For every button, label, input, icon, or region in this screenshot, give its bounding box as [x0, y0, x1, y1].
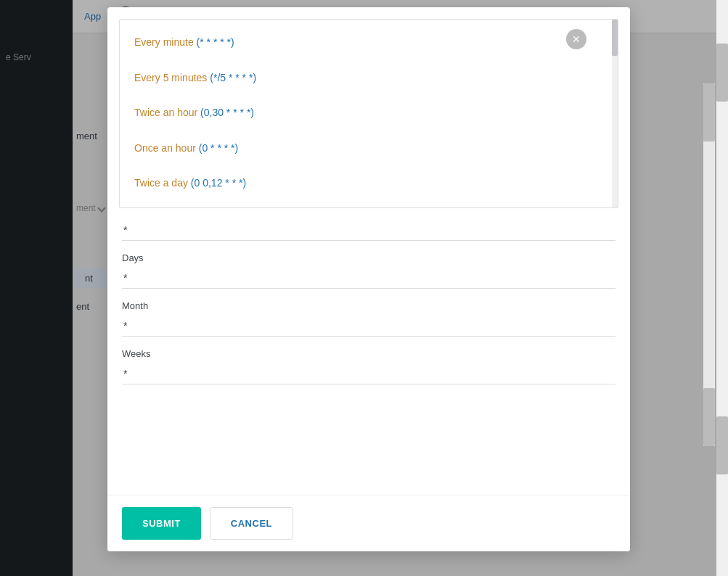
- dropdown-scrollbar[interactable]: [612, 20, 618, 207]
- preset-label-blue-2: (0,30 * * * *): [200, 107, 254, 118]
- list-item[interactable]: Twice a day (0 0,12 * * *): [120, 166, 618, 202]
- cancel-button[interactable]: CANCEL: [210, 507, 293, 540]
- preset-label-blue-3: (0 * * * *): [199, 142, 238, 154]
- dropdown-list-inner[interactable]: Every minute (* * * * *) Every 5 minutes…: [120, 25, 618, 202]
- form-group-month: Month: [122, 300, 615, 337]
- list-item[interactable]: Once an hour (0 * * * *): [120, 131, 618, 167]
- list-item[interactable]: Twice an hour (0,30 * * * *): [120, 96, 618, 131]
- preset-label-orange-3: Once an hour: [134, 142, 199, 154]
- month-label: Month: [122, 300, 615, 311]
- inner-scroll-thumb-bottom[interactable]: [703, 388, 715, 446]
- days-label: Days: [122, 252, 615, 263]
- month-input[interactable]: [122, 316, 615, 337]
- preset-label-blue-1: (*/5 * * * *): [210, 72, 256, 83]
- inner-scroll-thumb-top[interactable]: [703, 83, 715, 141]
- inner-scrollbar-panel[interactable]: [703, 83, 715, 446]
- cron-form: Days Month Weeks: [107, 208, 630, 495]
- outer-scrollbar[interactable]: [716, 0, 728, 576]
- preset-label-orange-4: Twice a day: [134, 177, 191, 189]
- outer-scroll-thumb-top[interactable]: [716, 44, 728, 102]
- list-item[interactable]: Every 5 minutes (*/5 * * * *): [120, 61, 618, 96]
- modal-footer: SUBMIT CANCEL: [107, 495, 630, 551]
- form-group-weeks: Weeks: [122, 348, 615, 384]
- modal-close-button[interactable]: ✕: [566, 29, 586, 49]
- preset-label-orange-0: Every minute: [134, 36, 197, 48]
- preset-label-orange-1: Every 5 minutes: [134, 72, 210, 83]
- cron-preset-dropdown: Every minute (* * * * *) Every 5 minutes…: [119, 19, 618, 208]
- form-group-days: Days: [122, 252, 615, 289]
- cron-star-input[interactable]: [122, 220, 615, 241]
- preset-label-blue-4: (0 0,12 * * *): [191, 177, 246, 189]
- dropdown-scroll-thumb[interactable]: [612, 20, 618, 56]
- submit-button[interactable]: SUBMIT: [122, 507, 201, 540]
- days-input[interactable]: [122, 268, 615, 289]
- weeks-input[interactable]: [122, 363, 615, 384]
- cron-modal: ✕ Every minute (* * * * *) Every 5 minut…: [107, 7, 630, 551]
- outer-scroll-thumb-bottom[interactable]: [716, 416, 728, 474]
- preset-label-orange-2: Twice an hour: [134, 107, 200, 118]
- preset-label-blue-0: (* * * * *): [197, 36, 234, 48]
- weeks-label: Weeks: [122, 348, 615, 359]
- list-item[interactable]: Every minute (* * * * *): [120, 25, 618, 61]
- close-icon: ✕: [572, 33, 581, 45]
- form-group-star: [122, 220, 615, 241]
